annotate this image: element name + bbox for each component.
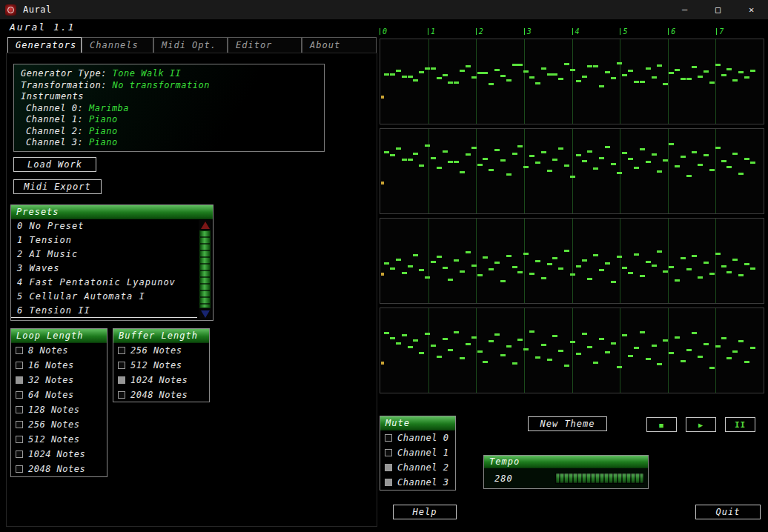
note xyxy=(431,157,436,159)
checkbox[interactable] xyxy=(16,450,23,458)
note xyxy=(437,77,442,79)
checkbox[interactable] xyxy=(118,391,125,399)
close-button[interactable]: ✕ xyxy=(735,0,768,19)
checkbox[interactable] xyxy=(16,406,23,413)
tab-editor[interactable]: Editor xyxy=(228,37,302,53)
window-controls: — □ ✕ xyxy=(668,0,768,19)
mute-channel-0[interactable]: Channel 0 xyxy=(380,430,455,445)
piano-roll-channel-0[interactable] xyxy=(380,39,764,124)
note xyxy=(408,346,413,348)
note xyxy=(646,358,651,360)
note xyxy=(709,169,715,171)
pause-button[interactable]: II xyxy=(725,417,755,432)
checkbox[interactable] xyxy=(118,362,125,369)
tempo-slider[interactable] xyxy=(555,473,644,484)
loop-option-8[interactable]: 8 Notes xyxy=(11,343,107,358)
loop-option-16[interactable]: 16 Notes xyxy=(11,358,107,373)
note xyxy=(709,82,715,84)
note xyxy=(744,361,749,363)
preset-item-1[interactable]: 1 Tension xyxy=(11,233,197,247)
preset-item-2[interactable]: 2 AI Music xyxy=(11,247,197,262)
loop-option-2048[interactable]: 2048 Notes xyxy=(11,462,107,476)
note xyxy=(390,267,395,270)
load-work-button[interactable]: Load Work xyxy=(13,157,96,172)
preset-item-3[interactable]: 3 Waves xyxy=(11,262,197,276)
grid-line xyxy=(428,308,429,393)
checkbox[interactable] xyxy=(118,376,125,384)
maximize-button[interactable]: □ xyxy=(701,0,735,19)
loop-option-32[interactable]: 32 Notes xyxy=(11,373,107,388)
scroll-down-button[interactable] xyxy=(199,309,211,319)
midi-export-button[interactable]: Midi Export xyxy=(13,179,102,194)
mute-channel-1[interactable]: Channel 1 xyxy=(380,445,455,460)
minimize-button[interactable]: — xyxy=(668,0,701,19)
grid-line xyxy=(476,129,477,213)
checkbox[interactable] xyxy=(16,376,23,384)
new-theme-button[interactable]: New Theme xyxy=(528,416,607,431)
note xyxy=(535,356,540,359)
checkbox[interactable] xyxy=(385,434,392,442)
loop-option-64[interactable]: 64 Notes xyxy=(11,388,107,402)
loop-option-256[interactable]: 256 Notes xyxy=(11,417,107,432)
buffer-option-512[interactable]: 512 Notes xyxy=(113,358,209,373)
checkbox[interactable] xyxy=(385,479,392,486)
stop-button[interactable]: ■ xyxy=(646,417,677,432)
tab-channels[interactable]: Channels xyxy=(82,37,153,53)
checkbox[interactable] xyxy=(16,465,23,473)
tab-bar: Generators Channels Midi Opt. Editor Abo… xyxy=(7,37,377,53)
tab-midi-opt[interactable]: Midi Opt. xyxy=(153,37,228,53)
mute-channel-3[interactable]: Channel 3 xyxy=(380,475,455,490)
note xyxy=(640,275,645,277)
quit-button[interactable]: Quit xyxy=(695,505,761,519)
piano-roll-channel-1[interactable] xyxy=(380,128,764,214)
buffer-option-1024[interactable]: 1024 Notes xyxy=(113,373,209,388)
loop-option-128[interactable]: 128 Notes xyxy=(11,402,107,417)
play-button[interactable]: ▶ xyxy=(686,417,716,432)
checkbox[interactable] xyxy=(16,362,23,369)
preset-item-4[interactable]: 4 Fast Pentatonic Lyapunov xyxy=(11,276,197,290)
buffer-option-256[interactable]: 256 Notes xyxy=(113,343,209,358)
note xyxy=(460,70,465,72)
presets-scrollbar[interactable] xyxy=(199,220,211,319)
note xyxy=(437,167,442,169)
piano-roll-channel-3[interactable] xyxy=(380,307,764,393)
note xyxy=(593,362,598,364)
checkbox[interactable] xyxy=(385,464,392,471)
checkbox[interactable] xyxy=(16,391,23,399)
scroll-thumb[interactable] xyxy=(199,230,211,308)
note xyxy=(732,259,738,261)
note xyxy=(669,352,674,354)
help-button[interactable]: Help xyxy=(393,505,457,519)
checkbox[interactable] xyxy=(118,347,125,354)
mute-channel-2[interactable]: Channel 2 xyxy=(380,460,455,475)
note xyxy=(726,166,732,168)
piano-roll-channel-2[interactable] xyxy=(380,218,764,304)
note xyxy=(547,359,552,361)
loop-option-512[interactable]: 512 Notes xyxy=(11,432,107,447)
note xyxy=(715,64,721,66)
note xyxy=(675,279,680,282)
note xyxy=(698,356,703,358)
note xyxy=(517,271,523,273)
preset-item-5[interactable]: 5 Cellular Automata I xyxy=(11,290,197,304)
tab-about[interactable]: About xyxy=(302,37,377,53)
checkbox[interactable] xyxy=(385,449,392,456)
scroll-up-button[interactable] xyxy=(199,220,211,230)
note xyxy=(715,345,721,348)
scroll-down-icon xyxy=(201,310,210,318)
note xyxy=(523,166,529,168)
buffer-option-2048[interactable]: 2048 Notes xyxy=(113,388,209,402)
checkbox[interactable] xyxy=(16,347,23,354)
loop-option-1024[interactable]: 1024 Notes xyxy=(11,447,107,462)
channel-3-label: Channel 3: xyxy=(26,137,83,147)
preset-item-0[interactable]: 0 No Preset xyxy=(11,219,197,233)
tab-generators[interactable]: Generators xyxy=(7,37,82,53)
note xyxy=(517,64,523,66)
note xyxy=(576,265,581,267)
note xyxy=(622,74,627,76)
grid-line xyxy=(620,129,620,213)
note xyxy=(744,76,749,79)
checkbox[interactable] xyxy=(16,436,23,443)
checkbox[interactable] xyxy=(16,421,23,428)
preset-item-6[interactable]: 6 Tension II xyxy=(11,304,197,318)
